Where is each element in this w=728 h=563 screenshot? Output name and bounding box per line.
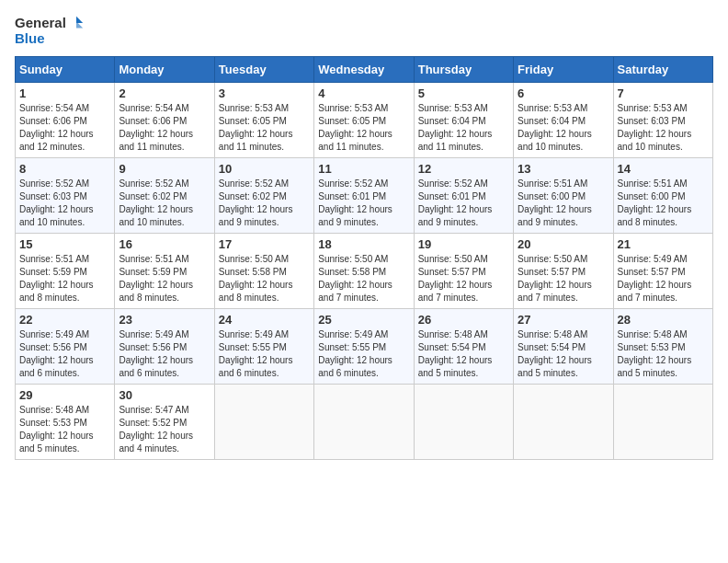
day-cell: 17 Sunrise: 5:50 AMSunset: 5:58 PMDaylig…: [214, 233, 313, 308]
col-header-thursday: Thursday: [414, 56, 513, 82]
day-number: 24: [219, 313, 310, 327]
day-number: 6: [518, 86, 609, 100]
day-cell: 19 Sunrise: 5:50 AMSunset: 5:57 PMDaylig…: [414, 233, 513, 308]
day-cell: 14 Sunrise: 5:51 AMSunset: 6:00 PMDaylig…: [613, 157, 712, 233]
day-number: 17: [219, 237, 310, 251]
day-number: 13: [518, 162, 609, 176]
day-number: 15: [19, 237, 110, 251]
day-number: 21: [618, 237, 709, 251]
day-number: 3: [219, 86, 310, 100]
header-row: SundayMondayTuesdayWednesdayThursdayFrid…: [16, 56, 713, 82]
day-info: Sunrise: 5:53 AMSunset: 6:05 PMDaylight:…: [318, 102, 409, 154]
day-cell: 29 Sunrise: 5:48 AMSunset: 5:53 PMDaylig…: [16, 384, 115, 459]
page-header: General Blue: [15, 15, 713, 47]
day-number: 28: [618, 313, 709, 327]
day-cell: 9 Sunrise: 5:52 AMSunset: 6:02 PMDayligh…: [115, 157, 214, 233]
day-info: Sunrise: 5:52 AMSunset: 6:02 PMDaylight:…: [119, 178, 210, 229]
week-row-1: 1 Sunrise: 5:54 AMSunset: 6:06 PMDayligh…: [16, 82, 713, 157]
day-cell: 10 Sunrise: 5:52 AMSunset: 6:02 PMDaylig…: [214, 157, 313, 233]
day-cell: 4 Sunrise: 5:53 AMSunset: 6:05 PMDayligh…: [314, 82, 414, 157]
day-info: Sunrise: 5:48 AMSunset: 5:53 PMDaylight:…: [19, 404, 110, 455]
day-number: 22: [19, 313, 110, 327]
day-cell: [613, 384, 712, 459]
day-info: Sunrise: 5:53 AMSunset: 6:04 PMDaylight:…: [518, 102, 609, 154]
day-info: Sunrise: 5:53 AMSunset: 6:04 PMDaylight:…: [418, 102, 509, 154]
day-number: 16: [119, 237, 210, 251]
day-number: 4: [318, 86, 409, 100]
day-cell: 16 Sunrise: 5:51 AMSunset: 5:59 PMDaylig…: [115, 233, 214, 308]
day-cell: 11 Sunrise: 5:52 AMSunset: 6:01 PMDaylig…: [314, 157, 414, 233]
day-number: 8: [19, 162, 110, 176]
day-info: Sunrise: 5:54 AMSunset: 6:06 PMDaylight:…: [19, 102, 110, 154]
day-cell: [214, 384, 313, 459]
day-info: Sunrise: 5:48 AMSunset: 5:53 PMDaylight:…: [618, 328, 709, 380]
day-cell: 1 Sunrise: 5:54 AMSunset: 6:06 PMDayligh…: [16, 82, 115, 157]
day-cell: 26 Sunrise: 5:48 AMSunset: 5:54 PMDaylig…: [414, 308, 513, 384]
day-cell: 7 Sunrise: 5:53 AMSunset: 6:03 PMDayligh…: [613, 82, 712, 157]
day-info: Sunrise: 5:54 AMSunset: 6:06 PMDaylight:…: [119, 102, 210, 154]
day-info: Sunrise: 5:50 AMSunset: 5:57 PMDaylight:…: [518, 253, 609, 304]
day-number: 25: [318, 313, 409, 327]
day-cell: 6 Sunrise: 5:53 AMSunset: 6:04 PMDayligh…: [514, 82, 613, 157]
day-info: Sunrise: 5:51 AMSunset: 5:59 PMDaylight:…: [19, 253, 110, 304]
day-info: Sunrise: 5:47 AMSunset: 5:52 PMDaylight:…: [119, 404, 210, 455]
day-info: Sunrise: 5:52 AMSunset: 6:02 PMDaylight:…: [219, 178, 310, 229]
day-cell: [314, 384, 414, 459]
day-info: Sunrise: 5:52 AMSunset: 6:01 PMDaylight:…: [418, 178, 509, 229]
day-info: Sunrise: 5:52 AMSunset: 6:03 PMDaylight:…: [19, 178, 110, 229]
day-info: Sunrise: 5:49 AMSunset: 5:56 PMDaylight:…: [119, 328, 210, 380]
day-cell: [414, 384, 513, 459]
day-info: Sunrise: 5:51 AMSunset: 5:59 PMDaylight:…: [119, 253, 210, 304]
week-row-4: 22 Sunrise: 5:49 AMSunset: 5:56 PMDaylig…: [16, 308, 713, 384]
logo-text: General Blue: [15, 15, 85, 47]
day-cell: 2 Sunrise: 5:54 AMSunset: 6:06 PMDayligh…: [115, 82, 214, 157]
day-cell: 13 Sunrise: 5:51 AMSunset: 6:00 PMDaylig…: [514, 157, 613, 233]
day-cell: 12 Sunrise: 5:52 AMSunset: 6:01 PMDaylig…: [414, 157, 513, 233]
day-info: Sunrise: 5:53 AMSunset: 6:03 PMDaylight:…: [618, 102, 709, 154]
day-number: 27: [518, 313, 609, 327]
day-cell: 5 Sunrise: 5:53 AMSunset: 6:04 PMDayligh…: [414, 82, 513, 157]
day-cell: 30 Sunrise: 5:47 AMSunset: 5:52 PMDaylig…: [115, 384, 214, 459]
day-info: Sunrise: 5:49 AMSunset: 5:55 PMDaylight:…: [318, 328, 409, 380]
day-info: Sunrise: 5:49 AMSunset: 5:57 PMDaylight:…: [618, 253, 709, 304]
day-cell: 20 Sunrise: 5:50 AMSunset: 5:57 PMDaylig…: [514, 233, 613, 308]
day-number: 10: [219, 162, 310, 176]
day-info: Sunrise: 5:50 AMSunset: 5:58 PMDaylight:…: [219, 253, 310, 304]
day-info: Sunrise: 5:51 AMSunset: 6:00 PMDaylight:…: [618, 178, 709, 229]
logo: General Blue: [15, 15, 85, 47]
day-number: 20: [518, 237, 609, 251]
day-cell: 21 Sunrise: 5:49 AMSunset: 5:57 PMDaylig…: [613, 233, 712, 308]
day-number: 14: [618, 162, 709, 176]
day-cell: 27 Sunrise: 5:48 AMSunset: 5:54 PMDaylig…: [514, 308, 613, 384]
day-info: Sunrise: 5:50 AMSunset: 5:57 PMDaylight:…: [418, 253, 509, 304]
day-cell: 22 Sunrise: 5:49 AMSunset: 5:56 PMDaylig…: [16, 308, 115, 384]
day-cell: 8 Sunrise: 5:52 AMSunset: 6:03 PMDayligh…: [16, 157, 115, 233]
day-number: 23: [119, 313, 210, 327]
calendar-table: SundayMondayTuesdayWednesdayThursdayFrid…: [15, 56, 713, 460]
day-number: 11: [318, 162, 409, 176]
day-info: Sunrise: 5:52 AMSunset: 6:01 PMDaylight:…: [318, 178, 409, 229]
day-cell: 23 Sunrise: 5:49 AMSunset: 5:56 PMDaylig…: [115, 308, 214, 384]
day-number: 29: [19, 388, 110, 402]
day-info: Sunrise: 5:49 AMSunset: 5:55 PMDaylight:…: [219, 328, 310, 380]
svg-marker-0: [76, 17, 83, 23]
col-header-saturday: Saturday: [613, 56, 712, 82]
day-number: 5: [418, 86, 509, 100]
col-header-tuesday: Tuesday: [214, 56, 313, 82]
day-number: 7: [618, 86, 709, 100]
day-cell: 28 Sunrise: 5:48 AMSunset: 5:53 PMDaylig…: [613, 308, 712, 384]
day-cell: 18 Sunrise: 5:50 AMSunset: 5:58 PMDaylig…: [314, 233, 414, 308]
day-cell: 3 Sunrise: 5:53 AMSunset: 6:05 PMDayligh…: [214, 82, 313, 157]
day-number: 19: [418, 237, 509, 251]
day-cell: 24 Sunrise: 5:49 AMSunset: 5:55 PMDaylig…: [214, 308, 313, 384]
day-number: 30: [119, 388, 210, 402]
col-header-monday: Monday: [115, 56, 214, 82]
day-number: 12: [418, 162, 509, 176]
day-info: Sunrise: 5:48 AMSunset: 5:54 PMDaylight:…: [418, 328, 509, 380]
week-row-3: 15 Sunrise: 5:51 AMSunset: 5:59 PMDaylig…: [16, 233, 713, 308]
col-header-wednesday: Wednesday: [314, 56, 414, 82]
day-cell: 25 Sunrise: 5:49 AMSunset: 5:55 PMDaylig…: [314, 308, 414, 384]
day-info: Sunrise: 5:53 AMSunset: 6:05 PMDaylight:…: [219, 102, 310, 154]
day-cell: 15 Sunrise: 5:51 AMSunset: 5:59 PMDaylig…: [16, 233, 115, 308]
day-number: 9: [119, 162, 210, 176]
